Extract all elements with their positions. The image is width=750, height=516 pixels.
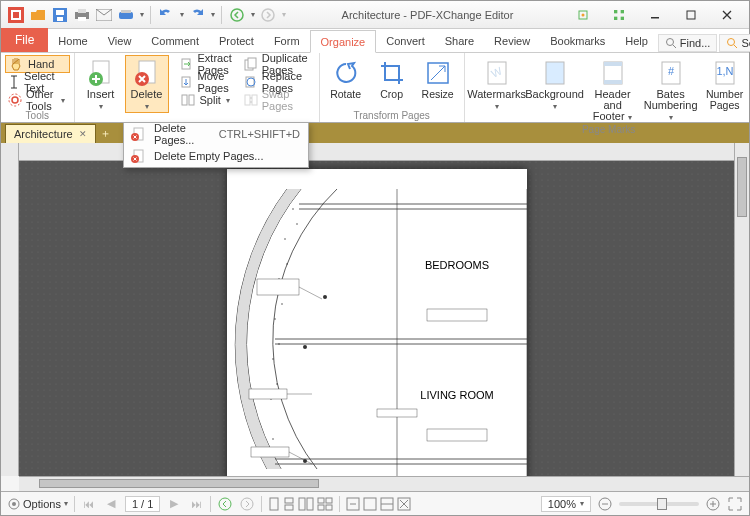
mail-icon[interactable] bbox=[95, 6, 113, 24]
svg-rect-16 bbox=[614, 10, 617, 13]
rotate-icon bbox=[331, 58, 361, 88]
prev-page-icon[interactable]: ◀ bbox=[103, 496, 119, 512]
new-tab-button[interactable]: ＋ bbox=[96, 124, 115, 143]
launch-icon[interactable] bbox=[605, 6, 633, 24]
rotate-button[interactable]: Rotate bbox=[324, 55, 368, 101]
document-tab[interactable]: Architecture✕ bbox=[5, 124, 96, 143]
svg-line-76 bbox=[299, 287, 322, 299]
headerfooter-button[interactable]: Header and Footer ▾ bbox=[585, 55, 641, 124]
options-button[interactable]: Options▾ bbox=[7, 497, 68, 511]
zoom-slider[interactable] bbox=[619, 502, 699, 506]
svg-rect-79 bbox=[251, 447, 289, 457]
svg-point-57 bbox=[274, 318, 276, 320]
delete-pages-button[interactable]: Delete▾ bbox=[125, 55, 169, 113]
bates-icon: # bbox=[656, 58, 686, 88]
nav-back-icon[interactable] bbox=[228, 6, 246, 24]
first-page-icon[interactable]: ⏮ bbox=[81, 496, 97, 512]
svg-point-24 bbox=[12, 97, 18, 103]
page-canvas[interactable]: BEDROOMS LIVING ROOM BASEMENT bbox=[19, 161, 734, 476]
svg-point-60 bbox=[272, 438, 274, 440]
background-button[interactable]: Background▾ bbox=[527, 55, 583, 113]
status-bar: Options▾ ⏮ ◀ 1 / 1 ▶ ⏭ 100%▾ bbox=[1, 491, 749, 515]
page-layout-buttons[interactable] bbox=[268, 497, 333, 511]
svg-rect-105 bbox=[364, 498, 376, 510]
fit-buttons[interactable] bbox=[346, 497, 411, 511]
menu-delete-empty-pages[interactable]: Delete Empty Pages... bbox=[124, 145, 308, 167]
watermarks-button[interactable]: WWatermarks▾ bbox=[469, 55, 525, 113]
zoom-out-icon[interactable] bbox=[597, 496, 613, 512]
tab-view[interactable]: View bbox=[98, 29, 142, 52]
maximize-button[interactable] bbox=[677, 6, 705, 24]
svg-text:1,N: 1,N bbox=[716, 65, 733, 77]
zoom-value[interactable]: 100%▾ bbox=[541, 496, 591, 512]
tab-review[interactable]: Review bbox=[484, 29, 540, 52]
close-button[interactable] bbox=[713, 6, 741, 24]
split-pages-button[interactable]: Split▾ bbox=[177, 91, 239, 109]
tab-home[interactable]: Home bbox=[48, 29, 97, 52]
svg-point-54 bbox=[292, 208, 294, 210]
fullscreen-icon[interactable] bbox=[727, 496, 743, 512]
close-tab-icon[interactable]: ✕ bbox=[79, 129, 87, 139]
vertical-scrollbar[interactable] bbox=[734, 143, 749, 476]
svg-point-15 bbox=[582, 13, 585, 16]
history-fwd-icon[interactable] bbox=[239, 496, 255, 512]
svg-rect-97 bbox=[285, 505, 293, 510]
zoom-in-icon[interactable] bbox=[705, 496, 721, 512]
tab-form[interactable]: Form bbox=[264, 29, 310, 52]
number-pages-button[interactable]: 1,NNumber Pages bbox=[701, 55, 749, 112]
svg-rect-99 bbox=[307, 498, 313, 510]
svg-rect-75 bbox=[257, 279, 299, 295]
svg-rect-21 bbox=[687, 11, 695, 19]
page-indicator[interactable]: 1 / 1 bbox=[125, 496, 160, 512]
delete-pages-icon bbox=[130, 126, 146, 142]
svg-rect-5 bbox=[57, 17, 63, 21]
svg-rect-103 bbox=[326, 505, 332, 510]
resize-button[interactable]: Resize bbox=[416, 55, 460, 101]
nav-fwd-icon[interactable] bbox=[259, 6, 277, 24]
scan-icon[interactable] bbox=[117, 6, 135, 24]
next-page-icon[interactable]: ▶ bbox=[166, 496, 182, 512]
menu-delete-pages[interactable]: Delete Pages... CTRL+SHIFT+D bbox=[124, 123, 308, 145]
svg-rect-18 bbox=[614, 16, 617, 19]
search-button[interactable]: Search... bbox=[719, 34, 750, 52]
move-pages-button[interactable]: Move Pages bbox=[177, 73, 239, 91]
redo-icon[interactable] bbox=[188, 6, 206, 24]
tab-comment[interactable]: Comment bbox=[141, 29, 209, 52]
minimize-button[interactable] bbox=[641, 6, 669, 24]
crop-button[interactable]: Crop bbox=[370, 55, 414, 101]
svg-rect-8 bbox=[78, 17, 86, 21]
tab-share[interactable]: Share bbox=[435, 29, 484, 52]
svg-point-22 bbox=[666, 39, 673, 46]
svg-rect-83 bbox=[427, 309, 487, 321]
tab-help[interactable]: Help bbox=[615, 29, 658, 52]
svg-point-13 bbox=[262, 9, 274, 21]
tab-convert[interactable]: Convert bbox=[376, 29, 435, 52]
svg-rect-4 bbox=[56, 10, 64, 15]
tab-bookmarks[interactable]: Bookmarks bbox=[540, 29, 615, 52]
bates-button[interactable]: #Bates Numbering ▾ bbox=[643, 55, 699, 124]
ui-toggle-icon[interactable] bbox=[569, 6, 597, 24]
tab-organize[interactable]: Organize bbox=[310, 30, 377, 53]
tab-file[interactable]: File bbox=[1, 28, 48, 52]
svg-point-61 bbox=[296, 223, 298, 225]
insert-pages-button[interactable]: Insert▾ bbox=[79, 55, 123, 113]
qat-dropdown-icon[interactable]: ▾ bbox=[140, 10, 144, 19]
find-button[interactable]: Find... bbox=[658, 34, 718, 52]
undo-icon[interactable] bbox=[157, 6, 175, 24]
document-viewer: BEDROOMS LIVING ROOM BASEMENT bbox=[1, 143, 749, 476]
last-page-icon[interactable]: ⏭ bbox=[188, 496, 204, 512]
tab-protect[interactable]: Protect bbox=[209, 29, 264, 52]
print-icon[interactable] bbox=[73, 6, 91, 24]
svg-point-25 bbox=[9, 94, 21, 106]
history-back-icon[interactable] bbox=[217, 496, 233, 512]
title-bar: ▾ ▾ ▾ ▾ ▾ Architecture - PDF-XChange Edi… bbox=[1, 1, 749, 29]
svg-point-92 bbox=[12, 502, 16, 506]
open-icon[interactable] bbox=[29, 6, 47, 24]
save-icon[interactable] bbox=[51, 6, 69, 24]
label-bedrooms: BEDROOMS bbox=[424, 259, 488, 271]
other-tools-button[interactable]: Other Tools▾ bbox=[5, 91, 70, 109]
svg-rect-17 bbox=[621, 10, 624, 13]
horizontal-scrollbar[interactable] bbox=[19, 476, 749, 491]
svg-point-55 bbox=[284, 238, 286, 240]
svg-rect-7 bbox=[78, 9, 86, 13]
